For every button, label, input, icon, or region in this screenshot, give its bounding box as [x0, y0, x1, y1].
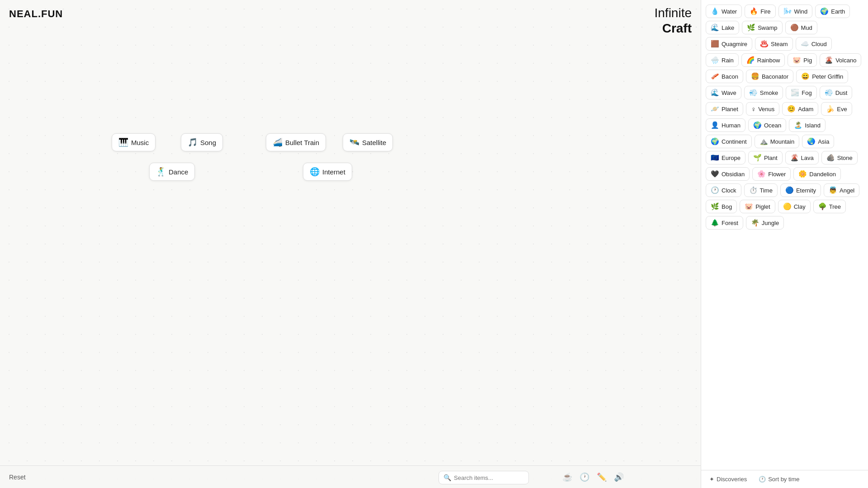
sidebar-item[interactable]: 🏝️Island	[789, 118, 826, 132]
sidebar-item[interactable]: 🌊Lake	[706, 21, 739, 34]
item-label: Dust	[835, 89, 848, 96]
sidebar-item[interactable]: 🌧️Rain	[706, 53, 739, 67]
toolbar-icons: ☕ 🕐 ✏️ 🔊	[562, 472, 624, 482]
item-emoji: 🌍	[820, 7, 829, 15]
sidebar-item[interactable]: 🌍Continent	[706, 135, 752, 148]
sidebar-item[interactable]: 🟡Clay	[778, 200, 811, 213]
canvas-area[interactable]: NEAL.FUN Infinite Craft 🎹 Music 🎵 Song 🕺…	[0, 0, 701, 488]
canvas-element-dance[interactable]: 🕺 Dance	[149, 163, 195, 181]
sort-button[interactable]: 🕐 Sort by time	[755, 474, 803, 484]
item-label: Plant	[764, 155, 778, 161]
sidebar-item[interactable]: 🌋Lava	[785, 151, 819, 164]
item-label: Flower	[768, 171, 786, 178]
sidebar-item[interactable]: 🌳Tree	[813, 200, 846, 213]
canvas-element-bullet-train[interactable]: 🚄 Bullet Train	[266, 133, 326, 151]
item-emoji: 🏝️	[794, 121, 802, 129]
item-label: Rain	[722, 57, 734, 64]
canvas-element-internet[interactable]: 🌐 Internet	[303, 163, 352, 181]
logo: NEAL.FUN	[9, 8, 63, 20]
item-emoji: 🌬️	[783, 7, 792, 15]
item-label: Venus	[758, 106, 774, 113]
item-emoji: 🌍	[711, 137, 719, 145]
sidebar-item[interactable]: 💧Water	[706, 5, 742, 18]
sidebar-item[interactable]: 🌱Plant	[748, 151, 783, 164]
sidebar-item[interactable]: 😄Peter Griffin	[796, 70, 848, 83]
sidebar-item[interactable]: 🖤Obsidian	[706, 167, 750, 181]
sidebar-item[interactable]: ⛰️Mountain	[755, 135, 799, 148]
search-bar[interactable]: 🔍	[439, 471, 529, 484]
item-emoji: 🌍	[753, 121, 762, 129]
item-emoji: 🪨	[826, 154, 835, 162]
sidebar-item[interactable]: 🌬️Wind	[778, 5, 813, 18]
sidebar-item[interactable]: 🍔Baconator	[746, 70, 793, 83]
sidebar-item[interactable]: 🌲Forest	[706, 216, 743, 230]
volume-icon-btn[interactable]: 🔊	[614, 472, 624, 482]
item-emoji: 🌴	[751, 219, 760, 227]
sidebar-item[interactable]: 👼Angel	[824, 183, 859, 197]
search-input[interactable]	[454, 474, 524, 481]
sidebar-item[interactable]: 💨Dust	[820, 86, 853, 99]
sidebar-item[interactable]: 🐷Pig	[788, 53, 817, 67]
item-emoji: 🌿	[747, 23, 755, 32]
sidebar-item[interactable]: ☁️Cloud	[796, 37, 832, 51]
discoveries-button[interactable]: ✦ Discoveries	[706, 474, 750, 484]
sidebar-item[interactable]: 🌍Earth	[815, 5, 850, 18]
sidebar-items-list: 💧Water🔥Fire🌬️Wind🌍Earth🌊Lake🌿Swamp🟤Mud🟫Q…	[701, 0, 868, 470]
canvas-element-music[interactable]: 🎹 Music	[112, 133, 156, 151]
sidebar-item[interactable]: 👤Human	[706, 118, 745, 132]
sidebar-item[interactable]: 🐷Piglet	[740, 200, 775, 213]
item-emoji: 💧	[711, 7, 719, 15]
sidebar-item[interactable]: ⏱️Time	[744, 183, 778, 197]
music-icon: 🎹	[118, 137, 128, 147]
satellite-icon: 🛰️	[349, 137, 359, 147]
item-label: Piglet	[755, 203, 770, 210]
sidebar-item[interactable]: 🟤Mud	[785, 21, 817, 34]
sidebar-item[interactable]: 💨Smoke	[744, 86, 783, 99]
sidebar-item[interactable]: 🌴Jungle	[746, 216, 784, 230]
item-label: Bog	[722, 203, 732, 210]
item-emoji: 🍔	[751, 72, 760, 80]
sidebar-item[interactable]: 🕐Clock	[706, 183, 741, 197]
clock-icon-btn[interactable]: 🕐	[580, 472, 590, 482]
item-emoji: 🍌	[826, 105, 835, 113]
item-emoji: 🌸	[757, 170, 766, 178]
coffee-icon-btn[interactable]: ☕	[562, 472, 572, 482]
sidebar-item[interactable]: 🪐Planet	[706, 102, 743, 116]
item-label: Lake	[722, 24, 734, 31]
sidebar-item[interactable]: 🥓Bacon	[706, 70, 743, 83]
reset-button[interactable]: Reset	[9, 474, 26, 481]
item-emoji: 🌊	[711, 89, 719, 97]
sidebar-item[interactable]: 🌈Rainbow	[741, 53, 785, 67]
sidebar-item[interactable]: 🌸Flower	[752, 167, 791, 181]
item-label: Adam	[798, 106, 813, 113]
sidebar-item[interactable]: 🌍Ocean	[748, 118, 786, 132]
item-label: Mud	[801, 24, 812, 31]
sidebar-item[interactable]: ♨️Steam	[755, 37, 793, 51]
item-label: Ocean	[764, 122, 781, 129]
sidebar-item[interactable]: ♀️Venus	[746, 102, 779, 116]
sidebar-item[interactable]: 🍌Eve	[821, 102, 852, 116]
sidebar-item[interactable]: 🔵Eternity	[780, 183, 821, 197]
canvas-element-satellite[interactable]: 🛰️ Satellite	[343, 133, 393, 151]
item-emoji: 🟤	[790, 23, 799, 32]
item-emoji: 👼	[829, 186, 837, 194]
sidebar-item[interactable]: 🟫Quagmire	[706, 37, 752, 51]
canvas-element-song[interactable]: 🎵 Song	[181, 133, 223, 151]
sidebar-item[interactable]: 🌿Swamp	[742, 21, 782, 34]
item-emoji: 🌿	[711, 202, 719, 211]
item-emoji: 😄	[801, 72, 810, 80]
sidebar-item[interactable]: 🇪🇺Europe	[706, 151, 745, 164]
sidebar-item[interactable]: 🌊Wave	[706, 86, 741, 99]
sidebar-item[interactable]: 🌫️Fog	[786, 86, 816, 99]
item-label: Steam	[771, 41, 788, 47]
sidebar-item[interactable]: 🪨Stone	[821, 151, 858, 164]
item-label: Eternity	[796, 187, 816, 194]
sidebar-item[interactable]: 🌿Bog	[706, 200, 737, 213]
brush-icon-btn[interactable]: ✏️	[597, 472, 607, 482]
sidebar-item[interactable]: 🔥Fire	[745, 5, 775, 18]
item-emoji: 💨	[749, 89, 758, 97]
sidebar-item[interactable]: 🌋Volcano	[820, 53, 861, 67]
sidebar-item[interactable]: 🌼Dandelion	[793, 167, 841, 181]
sidebar-item[interactable]: 🌏Asia	[802, 135, 834, 148]
sidebar-item[interactable]: 😊Adam	[782, 102, 818, 116]
